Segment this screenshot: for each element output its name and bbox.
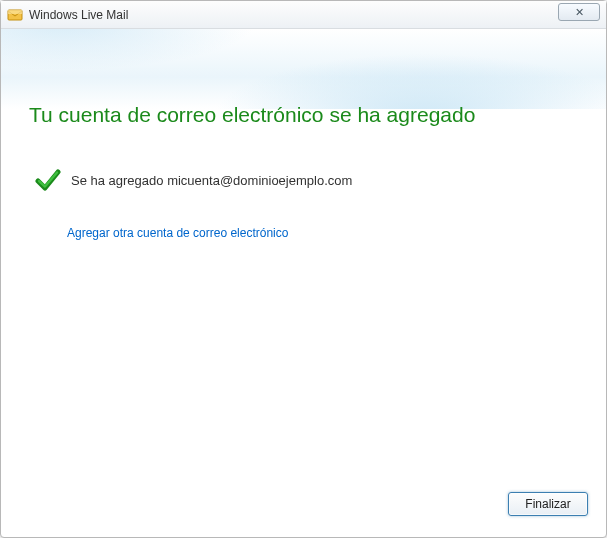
app-icon xyxy=(7,7,23,23)
header-banner xyxy=(1,29,606,109)
dialog-window: Windows Live Mail ✕ Tu cuenta de correo … xyxy=(0,0,607,538)
titlebar: Windows Live Mail ✕ xyxy=(1,1,606,29)
status-prefix: Se ha agregado xyxy=(71,173,167,188)
status-text: Se ha agregado micuenta@dominioejemplo.c… xyxy=(71,173,352,188)
window-title: Windows Live Mail xyxy=(29,8,128,22)
checkmark-icon xyxy=(35,167,61,193)
status-row: Se ha agregado micuenta@dominioejemplo.c… xyxy=(35,167,578,193)
close-icon: ✕ xyxy=(575,6,584,19)
dialog-footer: Finalizar xyxy=(1,485,606,537)
add-another-account-link[interactable]: Agregar otra cuenta de correo electrónic… xyxy=(67,226,288,240)
content-area: Tu cuenta de correo electrónico se ha ag… xyxy=(1,109,606,485)
page-heading: Tu cuenta de correo electrónico se ha ag… xyxy=(29,103,578,127)
account-email: micuenta@dominioejemplo.com xyxy=(167,173,352,188)
close-button[interactable]: ✕ xyxy=(558,3,600,21)
link-row: Agregar otra cuenta de correo electrónic… xyxy=(67,223,578,241)
finish-button[interactable]: Finalizar xyxy=(508,492,588,516)
svg-rect-1 xyxy=(8,10,22,14)
